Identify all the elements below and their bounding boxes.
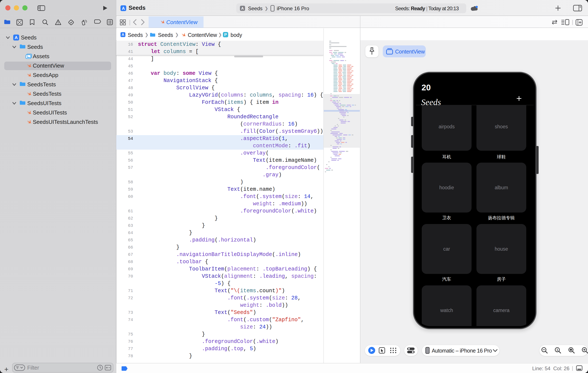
svg-text:A: A xyxy=(122,6,125,11)
svg-text:1: 1 xyxy=(556,348,558,351)
svg-text:A: A xyxy=(15,35,18,40)
svg-text:A: A xyxy=(241,6,244,11)
svg-text:A: A xyxy=(122,33,124,37)
